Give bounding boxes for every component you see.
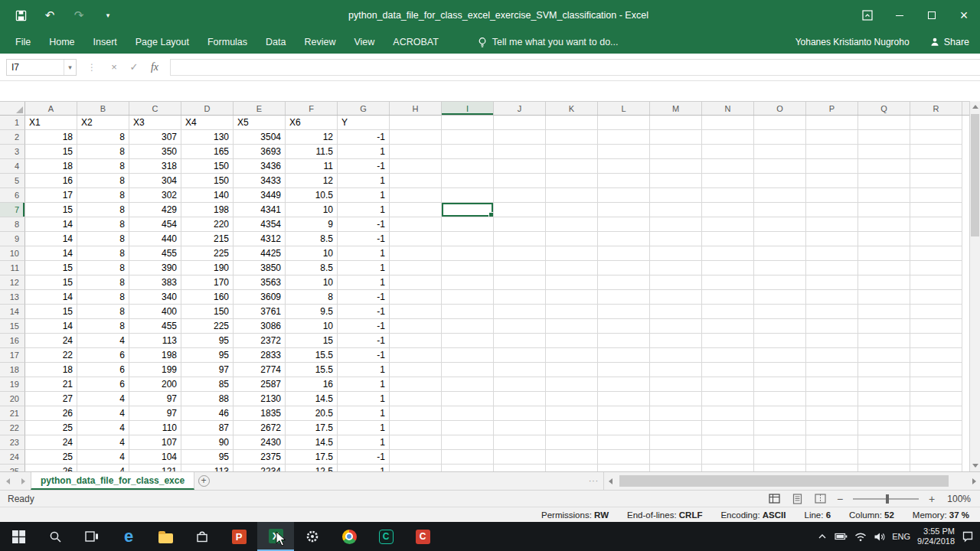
cell-N12[interactable] — [702, 276, 754, 290]
cell-R10[interactable] — [910, 246, 962, 261]
cell-M1[interactable] — [650, 116, 702, 130]
cell-K8[interactable] — [546, 217, 598, 232]
row-header-14[interactable]: 14 — [0, 305, 25, 319]
cell-J17[interactable] — [494, 348, 546, 363]
cell-K9[interactable] — [546, 232, 598, 246]
cell-N5[interactable] — [702, 174, 754, 188]
cell-C19[interactable]: 200 — [129, 377, 181, 392]
cell-D14[interactable]: 150 — [181, 305, 234, 319]
cell-O4[interactable] — [754, 159, 806, 174]
row-header-16[interactable]: 16 — [0, 334, 25, 348]
cell-E9[interactable]: 4312 — [234, 232, 286, 246]
cell-E19[interactable]: 2587 — [234, 377, 286, 392]
cell-M23[interactable] — [650, 435, 702, 450]
tell-me-box[interactable]: Tell me what you want to do... — [477, 37, 619, 48]
cell-Q22[interactable] — [858, 421, 910, 435]
cell-Q9[interactable] — [858, 232, 910, 246]
cell-J18[interactable] — [494, 363, 546, 377]
cell-G22[interactable]: 1 — [338, 421, 390, 435]
cell-C22[interactable]: 110 — [129, 421, 181, 435]
cell-I24[interactable] — [442, 450, 494, 465]
cell-B9[interactable]: 8 — [77, 232, 129, 246]
cell-J20[interactable] — [494, 392, 546, 406]
cell-D11[interactable]: 190 — [181, 261, 234, 276]
qat-customize-button[interactable]: ▾ — [95, 5, 121, 26]
cell-N10[interactable] — [702, 246, 754, 261]
cell-L9[interactable] — [598, 232, 650, 246]
column-header-C[interactable]: C — [129, 102, 181, 115]
cell-H9[interactable] — [390, 232, 442, 246]
horizontal-scroll-track[interactable] — [616, 472, 968, 490]
cell-L20[interactable] — [598, 392, 650, 406]
cell-A21[interactable]: 26 — [25, 406, 77, 421]
cell-A25[interactable]: 26 — [25, 465, 77, 471]
cell-L11[interactable] — [598, 261, 650, 276]
cell-B18[interactable]: 6 — [77, 363, 129, 377]
undo-button[interactable]: ↶ — [37, 5, 63, 26]
name-box[interactable]: I7 ▾ — [6, 59, 77, 76]
cell-H14[interactable] — [390, 305, 442, 319]
row-header-17[interactable]: 17 — [0, 348, 25, 363]
cell-O10[interactable] — [754, 246, 806, 261]
cell-P25[interactable] — [806, 465, 858, 471]
cell-R7[interactable] — [910, 203, 962, 217]
cell-A3[interactable]: 15 — [25, 145, 77, 159]
cell-H10[interactable] — [390, 246, 442, 261]
cell-G8[interactable]: -1 — [338, 217, 390, 232]
cell-O3[interactable] — [754, 145, 806, 159]
cell-R22[interactable] — [910, 421, 962, 435]
cell-I4[interactable] — [442, 159, 494, 174]
cell-H11[interactable] — [390, 261, 442, 276]
cell-Q17[interactable] — [858, 348, 910, 363]
cell-C10[interactable]: 455 — [129, 246, 181, 261]
cell-P4[interactable] — [806, 159, 858, 174]
cell-R18[interactable] — [910, 363, 962, 377]
cell-I15[interactable] — [442, 319, 494, 334]
cell-A1[interactable]: X1 — [25, 116, 77, 130]
cell-B20[interactable]: 4 — [77, 392, 129, 406]
cell-O1[interactable] — [754, 116, 806, 130]
zoom-out-button[interactable]: − — [835, 493, 845, 505]
column-header-J[interactable]: J — [494, 102, 546, 115]
cell-E8[interactable]: 4354 — [234, 217, 286, 232]
cell-A16[interactable]: 24 — [25, 334, 77, 348]
cell-D17[interactable]: 95 — [181, 348, 234, 363]
cell-M7[interactable] — [650, 203, 702, 217]
clock[interactable]: 3:55 PM 9/24/2018 — [917, 527, 955, 546]
zoom-slider-thumb[interactable] — [886, 494, 889, 504]
cell-F8[interactable]: 9 — [286, 217, 338, 232]
file-explorer-button[interactable] — [147, 522, 184, 551]
cell-R4[interactable] — [910, 159, 962, 174]
cell-C6[interactable]: 302 — [129, 188, 181, 203]
select-all-button[interactable] — [0, 102, 25, 115]
cell-D2[interactable]: 130 — [181, 130, 234, 145]
cell-D7[interactable]: 198 — [181, 203, 234, 217]
row-header-10[interactable]: 10 — [0, 246, 25, 261]
cell-L3[interactable] — [598, 145, 650, 159]
row-header-2[interactable]: 2 — [0, 130, 25, 145]
cell-B22[interactable]: 4 — [77, 421, 129, 435]
cell-I23[interactable] — [442, 435, 494, 450]
cell-I12[interactable] — [442, 276, 494, 290]
cell-M25[interactable] — [650, 465, 702, 471]
row-header-25[interactable]: 25 — [0, 465, 25, 471]
cell-K4[interactable] — [546, 159, 598, 174]
ribbon-tab-file[interactable]: File — [6, 31, 40, 54]
cell-N16[interactable] — [702, 334, 754, 348]
cell-O7[interactable] — [754, 203, 806, 217]
cell-R6[interactable] — [910, 188, 962, 203]
ribbon-tab-data[interactable]: Data — [256, 31, 295, 54]
cell-M12[interactable] — [650, 276, 702, 290]
column-header-D[interactable]: D — [181, 102, 234, 115]
cell-C17[interactable]: 198 — [129, 348, 181, 363]
cell-Q15[interactable] — [858, 319, 910, 334]
column-header-H[interactable]: H — [390, 102, 442, 115]
column-header-N[interactable]: N — [702, 102, 754, 115]
cell-R16[interactable] — [910, 334, 962, 348]
cell-G7[interactable]: 1 — [338, 203, 390, 217]
vertical-scroll-thumb[interactable] — [971, 114, 979, 236]
cell-F3[interactable]: 11.5 — [286, 145, 338, 159]
cell-L17[interactable] — [598, 348, 650, 363]
column-header-F[interactable]: F — [286, 102, 338, 115]
cell-A24[interactable]: 25 — [25, 450, 77, 465]
